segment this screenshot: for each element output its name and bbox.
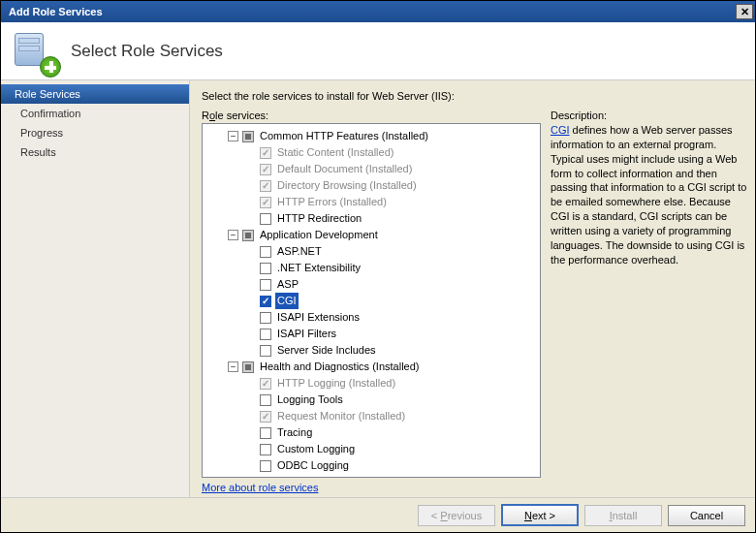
expand-icon[interactable] <box>228 131 238 141</box>
tree-node[interactable]: ISAPI Filters <box>205 326 538 342</box>
tree-node-label[interactable]: Custom Logging <box>275 441 357 457</box>
header: Select Role Services <box>1 22 755 80</box>
checkbox[interactable] <box>242 230 254 241</box>
tree-node-label[interactable]: CGI <box>275 293 299 309</box>
tree-node-label[interactable]: ISAPI Filters <box>275 326 338 342</box>
tree-node[interactable]: ASP <box>205 276 538 293</box>
checkbox <box>260 197 271 208</box>
tree-node[interactable]: HTTP Logging (Installed) <box>205 375 538 392</box>
tree-node[interactable]: Security (Installed) <box>205 474 538 478</box>
tree-node[interactable]: Custom Logging <box>205 441 538 457</box>
tree-node[interactable]: ISAPI Extensions <box>205 309 538 326</box>
tree-node[interactable]: HTTP Redirection <box>205 210 538 227</box>
expand-icon[interactable] <box>228 361 238 372</box>
tree-node-label[interactable]: HTTP Redirection <box>275 210 363 227</box>
tree-node-label[interactable]: Directory Browsing (Installed) <box>275 177 419 194</box>
tree-node-label[interactable]: ISAPI Extensions <box>275 309 362 326</box>
tree-node[interactable]: Directory Browsing (Installed) <box>205 177 538 194</box>
main-panel: Select the role services to install for … <box>190 80 755 497</box>
checkbox[interactable] <box>242 131 254 142</box>
tree-node[interactable]: .NET Extensibility <box>205 260 538 276</box>
tree-node[interactable]: CGI <box>205 293 538 309</box>
tree-node-label[interactable]: ASP <box>275 276 300 293</box>
page-title: Select Role Services <box>71 42 223 61</box>
next-button[interactable]: Next > <box>501 504 579 526</box>
checkbox[interactable] <box>242 477 254 479</box>
checkbox <box>260 378 271 390</box>
wizard-icon <box>11 27 59 76</box>
expand-icon[interactable] <box>228 230 238 240</box>
tree-node-label[interactable]: Request Monitor (Installed) <box>275 408 407 424</box>
titlebar: Add Role Services ✕ <box>1 1 755 22</box>
tree-node[interactable]: Logging Tools <box>205 392 538 408</box>
checkbox[interactable] <box>260 427 271 439</box>
checkbox <box>260 164 271 175</box>
tree-node-label[interactable]: Security (Installed) <box>258 474 350 478</box>
tree-node-label[interactable]: ODBC Logging <box>275 457 351 474</box>
tree-node[interactable]: Default Document (Installed) <box>205 161 538 177</box>
tree-node[interactable]: Common HTTP Features (Installed) <box>205 128 538 144</box>
tree-node-label[interactable]: ASP.NET <box>275 243 324 260</box>
tree-node-label[interactable]: Default Document (Installed) <box>275 161 414 177</box>
tree-node[interactable]: Application Development <box>205 227 538 243</box>
tree-node[interactable]: Health and Diagnostics (Installed) <box>205 359 538 375</box>
previous-button: < Previous <box>418 505 495 526</box>
checkbox <box>260 180 271 192</box>
tree-node-label[interactable]: Application Development <box>258 227 380 243</box>
footer: < Previous Next > Install Cancel <box>1 497 755 532</box>
instruction-text: Select the role services to install for … <box>202 90 747 102</box>
close-button[interactable]: ✕ <box>736 4 753 19</box>
sidebar-item-results[interactable]: Results <box>1 142 189 162</box>
description-link[interactable]: CGI <box>551 124 570 136</box>
checkbox[interactable] <box>242 361 254 373</box>
window-title: Add Role Services <box>9 6 736 17</box>
checkbox[interactable] <box>260 329 271 340</box>
checkbox[interactable] <box>260 444 271 455</box>
checkbox <box>260 147 271 159</box>
expand-icon[interactable] <box>228 477 238 478</box>
more-about-link[interactable]: More about role services <box>202 482 541 493</box>
checkbox[interactable] <box>260 394 271 406</box>
tree-node[interactable]: HTTP Errors (Installed) <box>205 194 538 210</box>
checkbox[interactable] <box>260 345 271 357</box>
tree-node-label[interactable]: Server Side Includes <box>275 342 378 359</box>
description-text: CGI defines how a Web server passes info… <box>551 123 747 266</box>
checkbox[interactable] <box>260 312 271 324</box>
checkbox[interactable] <box>260 246 271 258</box>
checkbox[interactable] <box>260 213 271 225</box>
role-services-tree[interactable]: Common HTTP Features (Installed)Static C… <box>202 123 541 478</box>
tree-node[interactable]: Request Monitor (Installed) <box>205 408 538 424</box>
cancel-button[interactable]: Cancel <box>668 505 745 526</box>
tree-node-label[interactable]: HTTP Errors (Installed) <box>275 194 389 210</box>
tree-node-label[interactable]: .NET Extensibility <box>275 260 362 276</box>
tree-node[interactable]: Static Content (Installed) <box>205 144 538 161</box>
sidebar: Role ServicesConfirmationProgressResults <box>1 80 190 497</box>
tree-node-label[interactable]: Health and Diagnostics (Installed) <box>258 359 421 375</box>
sidebar-item-role-services[interactable]: Role Services <box>1 84 189 104</box>
tree-node-label[interactable]: HTTP Logging (Installed) <box>275 375 397 392</box>
tree-node[interactable]: ODBC Logging <box>205 457 538 474</box>
checkbox <box>260 411 271 423</box>
tree-node-label[interactable]: Common HTTP Features (Installed) <box>258 128 430 144</box>
install-button: Install <box>584 505 662 526</box>
description-label: Description: <box>551 110 747 121</box>
checkbox[interactable] <box>260 263 271 274</box>
checkbox[interactable] <box>260 279 271 291</box>
tree-node-label[interactable]: Logging Tools <box>275 392 345 408</box>
checkbox[interactable] <box>260 296 271 307</box>
tree-node[interactable]: Server Side Includes <box>205 342 538 359</box>
checkbox[interactable] <box>260 460 271 472</box>
tree-node[interactable]: Tracing <box>205 424 538 441</box>
tree-node[interactable]: ASP.NET <box>205 243 538 260</box>
tree-label: Role services: <box>202 110 541 121</box>
tree-node-label[interactable]: Tracing <box>275 424 314 441</box>
sidebar-item-confirmation[interactable]: Confirmation <box>1 104 189 123</box>
tree-node-label[interactable]: Static Content (Installed) <box>275 144 395 161</box>
sidebar-item-progress[interactable]: Progress <box>1 123 189 142</box>
